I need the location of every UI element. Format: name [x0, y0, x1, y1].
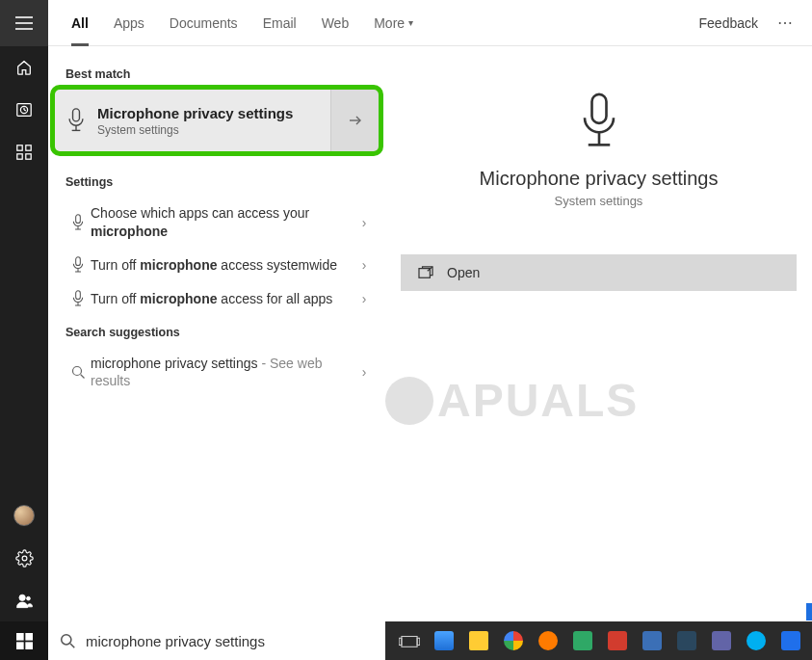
search-suggestion-row[interactable]: microphone privacy settings - See web re…	[48, 347, 385, 399]
feedback-link[interactable]: Feedback	[699, 15, 758, 31]
section-settings: Settings	[48, 166, 385, 197]
microphone-icon	[55, 108, 97, 133]
svg-rect-14	[73, 109, 80, 121]
chevron-right-icon: ›	[353, 215, 376, 230]
chevron-right-icon: ›	[353, 291, 376, 306]
tab-label: Apps	[114, 15, 144, 31]
detail-subtitle: System settings	[385, 194, 812, 208]
settings-icon[interactable]	[0, 537, 48, 579]
svg-rect-18	[76, 215, 81, 224]
open-button[interactable]: Open	[401, 254, 797, 291]
apps-icon[interactable]	[0, 131, 48, 173]
open-icon	[418, 266, 433, 279]
result-text: Turn off microphone access for all apps	[91, 290, 353, 308]
svg-point-13	[26, 596, 30, 600]
taskbar-app[interactable]	[534, 626, 563, 655]
tab-apps[interactable]: Apps	[114, 0, 144, 46]
svg-point-27	[72, 366, 81, 375]
taskbar-app[interactable]	[707, 626, 736, 655]
tab-label: Web	[322, 15, 350, 31]
svg-rect-10	[26, 154, 31, 159]
tab-more[interactable]: More▾	[374, 0, 413, 46]
best-match-title: Microphone privacy settings	[97, 105, 330, 121]
tab-label: Email	[263, 15, 297, 31]
chevron-right-icon: ›	[353, 257, 376, 273]
svg-line-28	[80, 375, 84, 379]
settings-result-row[interactable]: Turn off microphone access systemwide›	[48, 249, 385, 282]
people-icon[interactable]	[0, 579, 48, 621]
taskbar-app[interactable]	[742, 626, 771, 655]
svg-line-38	[70, 644, 74, 647]
detail-title: Microphone privacy settings	[385, 168, 812, 190]
microphone-icon	[65, 290, 91, 307]
settings-result-row[interactable]: Turn off microphone access for all apps›	[48, 282, 385, 316]
svg-rect-7	[17, 145, 22, 150]
settings-result-row[interactable]: Choose which apps can access your microp…	[48, 197, 385, 249]
tab-label: All	[71, 15, 89, 31]
taskbar-app[interactable]	[430, 626, 458, 655]
tab-email[interactable]: Email	[263, 0, 297, 46]
taskbar-app[interactable]	[464, 626, 493, 655]
best-match-subtitle: System settings	[97, 123, 330, 137]
svg-rect-39	[402, 637, 417, 647]
detail-panel: Microphone privacy settings System setti…	[385, 46, 812, 660]
microphone-icon	[65, 214, 91, 231]
taskbar-app[interactable]	[568, 626, 597, 655]
svg-point-11	[22, 556, 27, 561]
start-button[interactable]	[0, 621, 48, 660]
suggestion-text: microphone privacy settings - See web re…	[91, 355, 353, 391]
feedback-label: Feedback	[699, 15, 758, 31]
user-avatar[interactable]	[0, 494, 48, 537]
home-icon[interactable]	[0, 46, 48, 89]
svg-rect-29	[591, 94, 606, 123]
svg-point-12	[18, 594, 24, 600]
search-scope-tabs: All Apps Documents Email Web More▾ Feedb…	[48, 0, 812, 46]
result-text: Choose which apps can access your microp…	[91, 204, 353, 241]
results-panel: Best match Microphone privacy settings S…	[48, 46, 385, 660]
search-icon	[60, 633, 76, 649]
taskbar-app[interactable]	[499, 626, 528, 655]
hamburger-button[interactable]	[0, 0, 48, 46]
svg-line-6	[24, 110, 26, 111]
best-match-result[interactable]: Microphone privacy settings System setti…	[54, 89, 380, 152]
taskbar	[0, 621, 812, 660]
clock-icon[interactable]	[0, 89, 48, 131]
more-options-button[interactable]: ⋯	[777, 13, 795, 32]
tab-label: Documents	[170, 15, 238, 31]
taskbar-app[interactable]	[776, 626, 805, 655]
taskbar-app[interactable]	[672, 626, 701, 655]
section-search-suggestions: Search suggestions	[48, 316, 385, 347]
chevron-down-icon: ▾	[408, 17, 413, 28]
result-text: Turn off microphone access systemwide	[91, 256, 353, 275]
microphone-icon	[65, 256, 91, 274]
task-view-button[interactable]	[395, 626, 424, 655]
svg-rect-21	[76, 257, 81, 266]
start-sidebar	[0, 0, 48, 660]
svg-rect-24	[76, 291, 81, 300]
svg-rect-33	[16, 633, 24, 641]
svg-rect-9	[17, 154, 22, 159]
search-icon	[65, 365, 91, 380]
taskbar-apps	[385, 621, 812, 660]
svg-rect-34	[25, 633, 33, 641]
search-input[interactable]	[86, 633, 374, 649]
taskbar-app[interactable]	[638, 626, 667, 655]
svg-rect-8	[26, 145, 31, 150]
search-box[interactable]	[48, 621, 385, 660]
svg-rect-36	[25, 642, 33, 649]
section-best-match: Best match	[48, 58, 385, 89]
taskbar-app[interactable]	[603, 626, 632, 655]
tab-label: More	[374, 15, 405, 31]
tab-web[interactable]: Web	[322, 0, 350, 46]
expand-arrow-button[interactable]	[330, 90, 379, 151]
chevron-right-icon: ›	[353, 364, 376, 380]
microphone-icon-large	[385, 92, 812, 150]
svg-point-37	[62, 634, 71, 644]
watermark: APUALS	[385, 374, 639, 427]
tab-documents[interactable]: Documents	[170, 0, 238, 46]
scroll-indicator	[806, 603, 812, 620]
tab-all[interactable]: All	[71, 0, 89, 46]
svg-rect-35	[16, 642, 24, 649]
svg-rect-41	[417, 638, 420, 645]
open-label: Open	[447, 265, 480, 280]
